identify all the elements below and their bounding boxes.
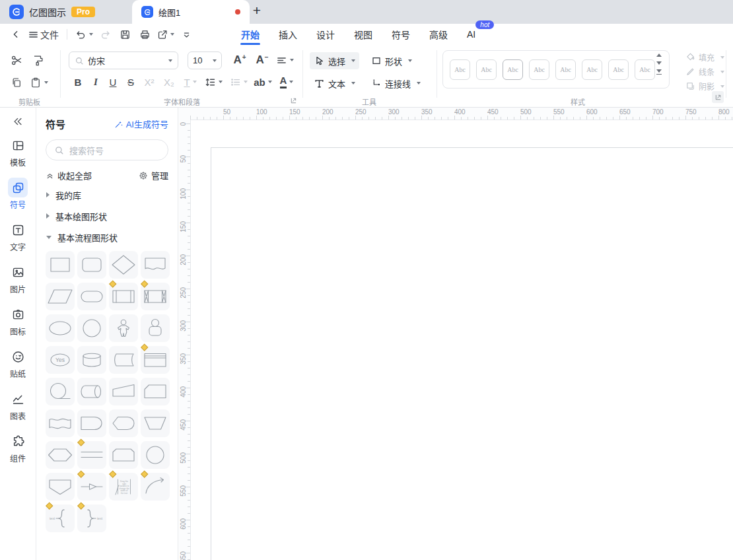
style-preset-5[interactable]: Abc <box>555 59 576 80</box>
styles-expand-button[interactable] <box>712 91 724 103</box>
shape-trap-down[interactable] <box>141 409 170 437</box>
shape-document[interactable] <box>141 251 170 279</box>
home-tab[interactable]: 亿图图示 Pro <box>9 5 95 19</box>
text-options-button[interactable]: T <box>180 74 200 90</box>
align-button[interactable] <box>273 52 296 69</box>
shape-loop[interactable] <box>46 378 75 405</box>
shape-hexagon[interactable] <box>46 441 75 469</box>
select-tool-button[interactable]: 选择 <box>310 52 359 69</box>
shape-textblock[interactable]: Drag thesidehandles tochange thewidth of… <box>109 473 138 501</box>
style-scroll-up-icon[interactable] <box>656 53 662 57</box>
connector-tool-button[interactable]: 连接线 <box>367 75 425 92</box>
shadow-button[interactable]: 阴影 <box>685 81 724 92</box>
style-preset-8[interactable]: Abc <box>635 59 655 80</box>
collapse-panel-button[interactable] <box>12 116 24 127</box>
shape-person[interactable] <box>109 314 138 342</box>
char-spacing-button[interactable]: ab <box>252 74 274 90</box>
shape-cylinder-v[interactable] <box>77 346 106 374</box>
font-group-expand-button[interactable] <box>288 95 298 106</box>
back-button[interactable] <box>7 26 25 42</box>
manage-button[interactable]: 管理 <box>139 169 168 182</box>
menu-tab-符号[interactable]: 符号 <box>391 24 411 45</box>
style-preset-7[interactable]: Abc <box>608 59 629 80</box>
shape-brace-l[interactable]: text <box>46 505 75 532</box>
symbol-section-我的库[interactable]: 我的库 <box>36 184 178 205</box>
copy-button[interactable] <box>8 74 25 91</box>
collapse-toolbar-button[interactable] <box>177 26 195 42</box>
shape-rectangle[interactable] <box>46 251 75 279</box>
superscript-button[interactable]: X² <box>141 74 158 90</box>
shape-round-rect[interactable] <box>77 251 106 279</box>
style-more-icon[interactable] <box>656 69 662 75</box>
menu-tab-开始[interactable]: 开始 <box>240 24 260 45</box>
underline-button[interactable]: U <box>105 74 121 90</box>
shape-arc[interactable] <box>141 473 170 501</box>
shape-display[interactable] <box>109 409 138 437</box>
line-button[interactable]: 线条 <box>685 66 724 77</box>
style-scroll-down-icon[interactable] <box>656 61 662 65</box>
collapse-all-button[interactable]: 收起全部 <box>46 169 92 182</box>
symbol-section-基本流程图形状[interactable]: 基本流程图形状 <box>36 227 178 248</box>
text-tool-button[interactable]: 文本 <box>310 75 359 92</box>
shape-predefined[interactable] <box>109 283 138 310</box>
font-size-combo[interactable]: 10 <box>188 52 222 69</box>
shape-diamond[interactable] <box>109 251 138 279</box>
menu-tab-高级[interactable]: 高级 <box>429 24 448 45</box>
shape-stadium[interactable] <box>77 283 106 310</box>
canvas[interactable]: 5010015020025030035040045050055060065070… <box>178 108 733 560</box>
file-menu-button[interactable]: 文件 <box>26 26 60 42</box>
shape-delay[interactable] <box>77 409 106 437</box>
document-tab[interactable]: 绘图1 <box>132 0 250 24</box>
style-preset-1[interactable]: Abc <box>450 59 470 80</box>
shape-slope[interactable] <box>109 378 138 405</box>
menu-tab-AI[interactable]: AIhot <box>466 25 476 44</box>
format-painter-button[interactable] <box>29 52 46 69</box>
shape-parallelogram[interactable] <box>46 283 75 310</box>
save-button[interactable] <box>116 26 134 42</box>
sidebar-item-text[interactable]: 文字 <box>8 220 28 252</box>
shape-stored[interactable] <box>109 346 138 374</box>
increase-font-button[interactable]: A+ <box>230 52 250 69</box>
subscript-button[interactable]: X₂ <box>160 74 178 90</box>
shape-table[interactable] <box>141 346 170 374</box>
shape-clipped-rect[interactable] <box>109 441 138 469</box>
italic-button[interactable]: I <box>88 74 104 90</box>
shape-user[interactable] <box>141 314 170 342</box>
redo-button[interactable] <box>96 26 114 42</box>
cut-button[interactable] <box>8 52 25 69</box>
bold-button[interactable]: B <box>70 74 86 90</box>
shape-card[interactable] <box>141 378 170 405</box>
shape-cylinder-h[interactable] <box>77 378 106 405</box>
shape-ellipse[interactable] <box>46 314 75 342</box>
fill-button[interactable]: 填充 <box>685 52 724 63</box>
sidebar-item-component[interactable]: 组件 <box>8 431 28 464</box>
shape-brace-r[interactable]: text <box>77 505 106 532</box>
font-family-combo[interactable]: 仿宋 <box>69 52 178 69</box>
style-preset-3[interactable]: Abc <box>503 59 523 80</box>
symbol-section-基本绘图形状[interactable]: 基本绘图形状 <box>36 205 178 227</box>
style-preset-2[interactable]: Abc <box>476 59 497 80</box>
shape-circle2[interactable] <box>141 441 170 469</box>
shape-arrow[interactable] <box>77 473 106 501</box>
menu-tab-插入[interactable]: 插入 <box>278 24 298 45</box>
new-tab-button[interactable]: + <box>249 3 265 18</box>
font-color-button[interactable]: A <box>275 74 298 90</box>
sidebar-item-image[interactable]: 图片 <box>8 262 28 295</box>
sidebar-item-symbol[interactable]: 符号 <box>8 178 28 210</box>
line-spacing-button[interactable] <box>202 74 225 90</box>
shape-offpage[interactable] <box>46 473 75 501</box>
sidebar-item-chart[interactable]: 图表 <box>8 389 28 421</box>
strikethrough-button[interactable]: S <box>123 74 139 90</box>
shape-internal-x[interactable] <box>141 283 170 310</box>
sidebar-item-template[interactable]: 模板 <box>8 135 28 168</box>
undo-button[interactable] <box>74 26 94 42</box>
share-button[interactable] <box>155 26 176 42</box>
menu-tab-设计[interactable]: 设计 <box>316 24 335 45</box>
list-button[interactable] <box>227 74 250 90</box>
style-preset-6[interactable]: Abc <box>582 59 602 80</box>
sidebar-item-icon[interactable]: 图标 <box>8 304 28 337</box>
ai-generate-link[interactable]: AI生成符号 <box>114 118 168 130</box>
shape-yes[interactable]: Yes <box>46 346 75 374</box>
shape-circle[interactable] <box>77 314 106 342</box>
shape-tape[interactable] <box>46 409 75 437</box>
